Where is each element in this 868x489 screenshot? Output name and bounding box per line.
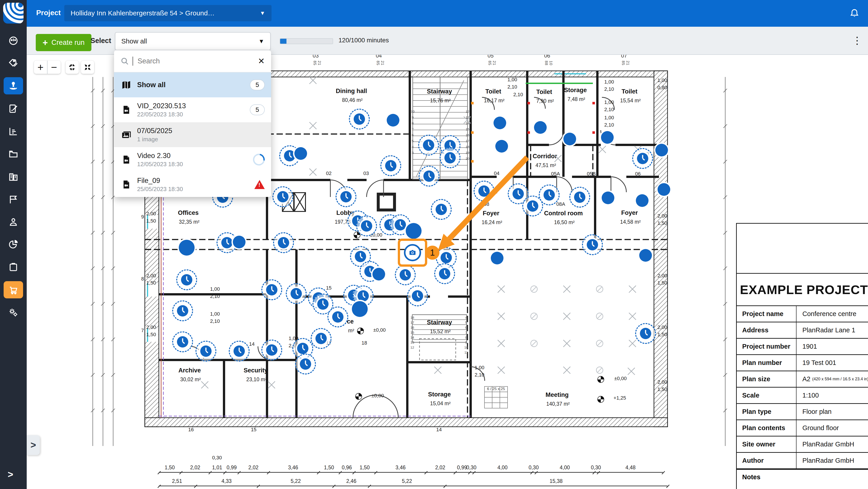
close-icon[interactable]: ✕ xyxy=(258,56,265,66)
plain-marker[interactable] xyxy=(352,301,368,317)
chain-value: 4,48 xyxy=(625,464,636,471)
clock-marker[interactable] xyxy=(295,354,316,374)
plain-marker[interactable] xyxy=(387,114,399,127)
planradar-logo[interactable] xyxy=(3,3,24,24)
plain-marker[interactable] xyxy=(494,117,506,129)
search-input[interactable] xyxy=(137,57,233,65)
plain-marker[interactable] xyxy=(534,121,547,134)
clock-marker[interactable] xyxy=(418,166,439,187)
sidebar-collapse-chevron[interactable]: > xyxy=(8,469,13,480)
stair-number: 7 xyxy=(412,127,414,131)
expand-panel-tab[interactable]: > xyxy=(27,435,40,455)
clock-marker[interactable] xyxy=(431,199,452,220)
clock-marker[interactable] xyxy=(356,216,377,236)
dropdown-item-07-05-2025[interactable]: 07/05/20251 image xyxy=(114,122,271,147)
filter-dropdown[interactable]: Show all ▼ xyxy=(115,32,271,50)
plain-marker[interactable] xyxy=(636,194,649,207)
highlight-count-badge[interactable]: 1 xyxy=(425,246,439,260)
sidebar-item-documents[interactable] xyxy=(4,145,23,162)
clock-marker[interactable] xyxy=(286,283,307,304)
chain-value: 2,02 xyxy=(190,464,200,471)
dropdown-item-vid-20230-513[interactable]: VID_20230.51322/05/2023 18:305 xyxy=(114,97,271,122)
sidebar-item-tasks[interactable] xyxy=(4,258,23,276)
plain-marker[interactable] xyxy=(294,147,307,160)
marker-dot xyxy=(491,252,503,265)
dropdown-item-file-09[interactable]: File_0925/05/2023 18:30 xyxy=(114,172,271,197)
clock-marker[interactable] xyxy=(172,331,193,352)
sidebar-item-forms[interactable] xyxy=(4,100,23,117)
sidebar-item-flags[interactable] xyxy=(4,191,23,208)
dimension-label: 2,10 xyxy=(604,106,614,113)
zoom-in-button[interactable]: + xyxy=(34,61,48,74)
sidebar-item-site-locator[interactable] xyxy=(4,77,23,94)
sidebar-item-statistics[interactable] xyxy=(4,123,23,140)
dropdown-item-video-2-30[interactable]: Video 2.3012/05/2023 18:30 xyxy=(114,147,271,172)
documents-icon xyxy=(8,149,19,159)
fit-to-screen-button[interactable] xyxy=(66,61,79,74)
project-breadcrumb-dropdown[interactable]: Holliday Inn Kahlenbergerstraße 54 > Gro… xyxy=(64,5,272,21)
clock-icon xyxy=(277,191,288,203)
clock-marker[interactable] xyxy=(261,340,282,360)
dimension-label: 2,00 xyxy=(146,211,156,217)
clock-marker[interactable] xyxy=(336,186,356,207)
sidebar-item-contacts[interactable] xyxy=(4,213,23,231)
clock-marker[interactable] xyxy=(328,307,348,327)
clock-marker[interactable] xyxy=(273,186,293,207)
plain-marker[interactable] xyxy=(406,223,422,239)
clock-marker[interactable] xyxy=(582,234,603,255)
clock-marker[interactable] xyxy=(349,109,370,129)
sidebar-item-reports[interactable] xyxy=(4,236,23,253)
sidebar-item-tags[interactable] xyxy=(4,54,23,71)
plain-marker[interactable] xyxy=(602,191,614,204)
dashed-ring xyxy=(273,186,293,207)
clock-marker[interactable] xyxy=(172,300,193,321)
plain-marker[interactable] xyxy=(655,144,668,156)
create-run-button[interactable]: + Create run xyxy=(36,34,91,51)
plain-marker[interactable] xyxy=(233,236,246,248)
zoom-out-button[interactable]: − xyxy=(48,61,61,74)
clock-marker[interactable] xyxy=(407,285,428,306)
x-mark xyxy=(562,339,571,348)
clock-marker[interactable] xyxy=(273,232,294,253)
collapse-view-button[interactable] xyxy=(81,61,94,74)
dropdown-item-title: VID_20230.513 xyxy=(137,102,186,110)
clock-marker[interactable] xyxy=(522,195,543,216)
clock-marker[interactable] xyxy=(380,155,401,176)
door-number-label: 15 xyxy=(251,427,256,433)
plain-marker[interactable] xyxy=(657,183,670,196)
clock-marker[interactable] xyxy=(195,341,216,362)
dropdown-item-show-all[interactable]: Show all5 xyxy=(114,72,271,97)
sidebar-item-dashboard[interactable] xyxy=(4,32,23,49)
dimension-label: 2,00 xyxy=(657,379,667,385)
clock-marker[interactable] xyxy=(418,135,439,155)
notifications-button[interactable] xyxy=(849,8,860,19)
clock-marker[interactable] xyxy=(395,265,416,285)
clock-marker[interactable] xyxy=(635,323,656,344)
sidebar-item-company[interactable] xyxy=(4,168,23,185)
plain-marker[interactable] xyxy=(639,249,652,262)
clock-marker[interactable] xyxy=(474,181,494,202)
chain-value: 0,30 xyxy=(466,464,476,471)
clock-marker[interactable] xyxy=(440,147,461,168)
clock-marker[interactable] xyxy=(434,263,455,284)
dropdown-item-text: VID_20230.51322/05/2023 18:30 xyxy=(137,102,186,118)
x-mark xyxy=(200,380,209,389)
room-area-label: 14,58 m² xyxy=(620,219,641,225)
plain-marker[interactable] xyxy=(495,140,508,153)
overflow-menu-button[interactable]: ⋮ xyxy=(850,33,864,49)
clock-marker[interactable] xyxy=(261,279,282,300)
clock-marker[interactable] xyxy=(569,187,590,208)
sidebar-item-shop[interactable] xyxy=(4,281,23,298)
plain-marker[interactable] xyxy=(601,131,614,144)
sidebar-item-settings[interactable] xyxy=(4,304,23,321)
plain-marker[interactable] xyxy=(372,268,385,280)
clock-marker[interactable] xyxy=(229,341,250,362)
clock-marker[interactable] xyxy=(632,148,653,169)
clock-marker[interactable] xyxy=(311,328,332,349)
tags-icon xyxy=(8,58,19,68)
clock-marker[interactable] xyxy=(176,269,197,290)
plain-marker[interactable] xyxy=(491,252,503,265)
plain-marker[interactable] xyxy=(563,133,576,145)
clock-icon xyxy=(355,251,366,262)
plain-marker[interactable] xyxy=(179,240,195,255)
